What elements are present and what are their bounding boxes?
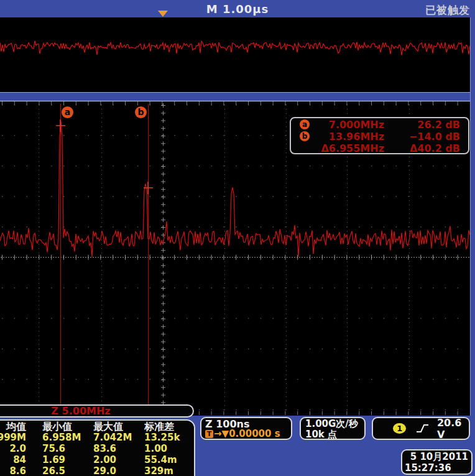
date-label: 5 10月2011 bbox=[402, 450, 471, 462]
meas-row2-col2: 2.00 bbox=[93, 454, 116, 465]
marker-a-frequency: 7.000MHz bbox=[310, 119, 384, 131]
readout-row-a: a 7.000MHz 26.2 dB bbox=[291, 119, 468, 130]
cursor-readout-box: a 7.000MHz 26.2 dB b 13.96MHz −14.0 dB Δ… bbox=[290, 117, 469, 154]
readout-row-delta: Δ6.955MHz Δ40.2 dB bbox=[291, 142, 468, 154]
meas-row2-mean: 84 bbox=[13, 454, 26, 465]
marker-b-badge[interactable]: b bbox=[135, 106, 147, 118]
time-domain-trace bbox=[0, 17, 471, 92]
delta-frequency: Δ6.955MHz bbox=[310, 142, 384, 154]
time-domain-window bbox=[0, 17, 471, 92]
oscilloscope-screen: M 1.00μs 已被触发 a b a 7.000MHz 26.2 dB b 1… bbox=[0, 0, 475, 476]
rising-edge-icon bbox=[416, 423, 428, 434]
marker-b-frequency: 13.96MHz bbox=[310, 131, 384, 142]
meas-row3-col1: 26.5 bbox=[42, 465, 65, 476]
marker-a-level: 26.2 dB bbox=[384, 119, 468, 131]
trigger-status-label: 已被触发 bbox=[425, 3, 470, 17]
screen-right-edge bbox=[470, 17, 475, 416]
main-timebase-label: M 1.00μs bbox=[0, 2, 475, 16]
trigger-level-value: 20.6 V bbox=[437, 417, 469, 441]
trigger-t-icon: T bbox=[205, 430, 213, 438]
marker-b-level: −14.0 dB bbox=[384, 131, 468, 142]
meas-row0-col2: 7.042M bbox=[93, 432, 132, 443]
window-divider bbox=[0, 92, 475, 101]
record-length-label: 10k 点 bbox=[305, 429, 364, 440]
fft-zoom-scale-bar: Z 5.00MHz bbox=[0, 404, 194, 418]
expansion-point-icon bbox=[158, 11, 168, 17]
trigger-box[interactable]: 1 20.6 V bbox=[372, 417, 470, 440]
readout-row-b: b 13.96MHz −14.0 dB bbox=[291, 131, 468, 142]
trigger-position-row: T→▼0.00000 s bbox=[205, 429, 291, 439]
time-label: 15:27:36 bbox=[402, 462, 471, 474]
marker-b-icon: b bbox=[300, 131, 310, 141]
meas-row2-col1: 1.69 bbox=[42, 454, 65, 465]
meas-row2-col3: 55.4m bbox=[144, 454, 177, 465]
meas-row3-mean: 8.6 bbox=[9, 465, 26, 476]
meas-row3-col2: 29.0 bbox=[93, 465, 116, 476]
trigger-position-value: 0.00000 s bbox=[229, 429, 280, 439]
meas-row0-mean: 999M bbox=[0, 432, 26, 443]
meas-row0-col1: 6.958M bbox=[42, 432, 81, 443]
trigger-arrow-icon: → bbox=[214, 429, 222, 439]
meas-row1-col1: 75.6 bbox=[42, 443, 65, 454]
marker-a-badge[interactable]: a bbox=[62, 106, 73, 118]
trigger-pointer-icon: ▼ bbox=[222, 429, 229, 439]
meas-row1-mean: 2.0 bbox=[9, 443, 26, 454]
delta-level: Δ40.2 dB bbox=[384, 142, 468, 154]
meas-row1-col2: 83.6 bbox=[93, 443, 116, 454]
meas-row3-col3: 329m bbox=[144, 465, 173, 476]
marker-a-icon: a bbox=[300, 119, 310, 129]
channel-1-badge: 1 bbox=[393, 423, 406, 434]
meas-row0-col3: 13.25k bbox=[144, 432, 180, 443]
measurement-table: 均值最小值最大值标准差999M6.958M7.042M13.25k2.075.6… bbox=[0, 419, 195, 476]
meas-row1-col3: 1.00 bbox=[144, 443, 167, 454]
sample-rate-label: 1.00G次/秒 bbox=[305, 419, 364, 429]
date-time-box: 5 10月2011 15:27:36 bbox=[401, 449, 473, 475]
zoom-timebase-box[interactable]: Z 100ns T→▼0.00000 s bbox=[200, 417, 292, 440]
acquisition-box[interactable]: 1.00G次/秒 10k 点 bbox=[300, 417, 366, 440]
